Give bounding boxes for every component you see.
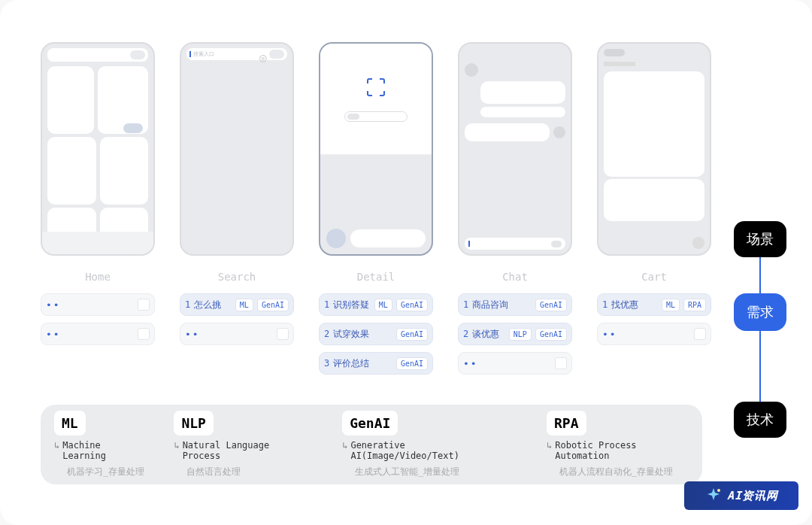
req-row: 1找优惠MLRPA: [597, 293, 711, 316]
tag-ml: ML: [662, 299, 680, 311]
req-num: 3: [324, 358, 329, 369]
tech-badge-genai: GenAI: [342, 411, 398, 435]
chat-column: Chat 1商品咨询GenAI 2谈优惠NLPGenAI ••: [458, 42, 572, 375]
nav-scene[interactable]: 场景: [734, 221, 786, 257]
tech-desc: 自然语言处理: [186, 466, 305, 478]
req-label: 商品咨询: [472, 299, 532, 311]
tech-badge-nlp: NLP: [174, 411, 214, 435]
tech-name: Machine Learning: [62, 440, 144, 461]
req-num: 1: [324, 299, 329, 310]
tech-legend: ML ↳Machine Learning 机器学习_存量处理 NLP ↳Natu…: [41, 405, 702, 484]
home-column: Home •• ••: [41, 42, 155, 375]
req-dots: ••: [185, 329, 273, 340]
cart-phone-mockup: [597, 42, 711, 256]
arrow-icon: ↳: [547, 440, 552, 451]
page-root: Home •• •• 搜索入口◎ Search 1怎么挑MLGenAI ••: [0, 0, 812, 525]
tag-ml: ML: [235, 299, 253, 311]
tag-ml: ML: [374, 299, 392, 311]
req-row: 1怎么挑MLGenAI: [180, 293, 294, 316]
nav-line: [759, 331, 761, 402]
nav-requirement[interactable]: 需求: [734, 293, 786, 331]
tag-genai: GenAI: [396, 299, 428, 311]
tech-desc: 生成式人工智能_增量处理: [355, 466, 510, 478]
arrow-icon: ↳: [54, 440, 59, 451]
req-row: 3评价总结GenAI: [319, 352, 433, 375]
req-label: 评价总结: [333, 357, 392, 370]
chat-title: Chat: [502, 271, 528, 283]
tech-genai: GenAI ↳Generative AI(Image/Video/Text) 生…: [342, 411, 510, 478]
req-label: 识别答疑: [333, 299, 371, 311]
tech-name: Robotic Process Automation: [555, 440, 689, 461]
search-placeholder: 搜索入口: [193, 50, 259, 58]
tech-name: Generative AI(Image/Video/Text): [350, 440, 510, 461]
cart-column: Cart 1找优惠MLRPA ••: [597, 42, 711, 375]
tech-badge-ml: ML: [54, 411, 86, 435]
right-nav: 场景 需求 技术: [734, 221, 786, 438]
tag-nlp: NLP: [509, 328, 532, 341]
detail-reqs: 1识别答疑MLGenAI 2试穿效果GenAI 3评价总结GenAI: [319, 293, 433, 375]
cart-title: Cart: [641, 271, 667, 283]
req-row: ••: [41, 323, 155, 345]
chat-reqs: 1商品咨询GenAI 2谈优惠NLPGenAI ••: [458, 293, 572, 375]
req-row: ••: [597, 323, 711, 345]
home-title: Home: [85, 271, 111, 283]
watermark-text: AI资讯网: [727, 489, 778, 503]
cart-reqs: 1找优惠MLRPA ••: [597, 293, 711, 345]
req-num: 1: [602, 299, 607, 310]
camera-icon: ◎: [259, 50, 267, 58]
tag-genai: GenAI: [396, 357, 428, 370]
tech-nlp: NLP ↳Natural Language Process 自然语言处理: [174, 411, 305, 478]
home-phone-mockup: [41, 42, 155, 256]
arrow-icon: ↳: [342, 440, 347, 451]
req-num: 2: [324, 329, 329, 339]
req-row: 1识别答疑MLGenAI: [319, 293, 433, 316]
sparkle-icon: [704, 487, 723, 505]
detail-column: Detail 1识别答疑MLGenAI 2试穿效果GenAI 3评价总结GenA…: [319, 42, 433, 375]
svg-point-0: [717, 489, 720, 492]
tech-desc: 机器学习_存量处理: [67, 466, 144, 478]
req-label: 找优惠: [611, 299, 658, 311]
tech-rpa: RPA ↳Robotic Process Automation 机器人流程自动化…: [547, 411, 689, 478]
tag-genai: GenAI: [396, 328, 428, 341]
chat-phone-mockup: [458, 42, 572, 256]
detail-phone-mockup: [319, 42, 433, 256]
home-reqs: •• ••: [41, 293, 155, 345]
watermark: AI资讯网: [684, 481, 798, 510]
tech-badge-rpa: RPA: [547, 411, 586, 435]
req-dots: ••: [602, 329, 690, 340]
req-label: 怎么挑: [194, 299, 232, 311]
tech-name: Natural Language Process: [183, 440, 306, 461]
search-title: Search: [218, 271, 256, 283]
req-num: 2: [463, 329, 468, 339]
req-label: 试穿效果: [333, 328, 392, 341]
req-row: 2谈优惠NLPGenAI: [458, 323, 572, 345]
req-label: 谈优惠: [472, 328, 505, 341]
req-row: 1商品咨询GenAI: [458, 293, 572, 316]
req-num: 1: [185, 299, 190, 310]
req-dots: ••: [46, 329, 134, 340]
tag-rpa: RPA: [683, 299, 706, 311]
tech-ml: ML ↳Machine Learning 机器学习_存量处理: [54, 411, 144, 478]
mockups-row: Home •• •• 搜索入口◎ Search 1怎么挑MLGenAI ••: [0, 0, 812, 375]
tag-genai: GenAI: [535, 299, 567, 311]
req-num: 1: [463, 299, 468, 310]
search-phone-mockup: 搜索入口◎: [180, 42, 294, 256]
tag-genai: GenAI: [257, 299, 289, 311]
arrow-icon: ↳: [174, 440, 179, 451]
req-row: 2试穿效果GenAI: [319, 323, 433, 345]
req-dots: ••: [463, 358, 551, 369]
req-dots: ••: [46, 299, 134, 311]
search-column: 搜索入口◎ Search 1怎么挑MLGenAI ••: [180, 42, 294, 375]
detail-title: Detail: [357, 271, 395, 283]
viewfinder-icon: [365, 77, 386, 98]
req-row: ••: [41, 293, 155, 316]
req-row: ••: [458, 352, 572, 375]
tag-genai: GenAI: [535, 328, 567, 341]
nav-tech[interactable]: 技术: [734, 402, 786, 438]
nav-line: [759, 257, 761, 293]
req-row: ••: [180, 323, 294, 345]
search-reqs: 1怎么挑MLGenAI ••: [180, 293, 294, 345]
tech-desc: 机器人流程自动化_存量处理: [559, 466, 689, 478]
